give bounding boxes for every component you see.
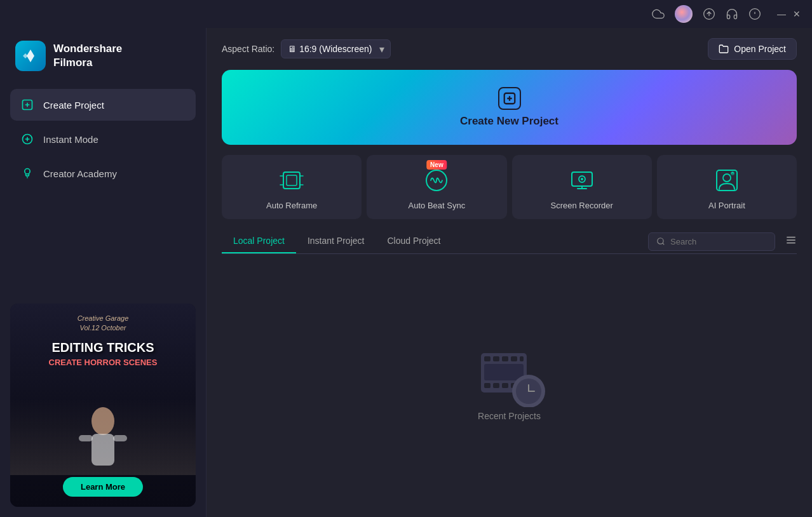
- list-view-toggle[interactable]: [785, 234, 797, 249]
- feature-cards: Auto Reframe New Auto Beat Sync: [222, 155, 797, 219]
- aspect-ratio-select[interactable]: 🖥 16:9 (Widescreen) 4:3 1:1 9:16: [281, 39, 391, 58]
- headphone-icon[interactable]: [726, 8, 738, 20]
- svg-rect-11: [113, 435, 127, 441]
- feature-card-auto-beat-sync[interactable]: New Auto Beat Sync: [367, 155, 506, 219]
- app-logo: Wondershare Filmora: [0, 28, 206, 84]
- create-new-project-hero[interactable]: Create New Project: [222, 70, 797, 145]
- titlebar: — ✕: [0, 0, 812, 28]
- tab-cloud-project[interactable]: Cloud Project: [376, 229, 452, 253]
- plus-square-icon: [20, 98, 34, 112]
- open-project-button[interactable]: Open Project: [708, 38, 797, 60]
- plus-circle-icon: [20, 132, 34, 146]
- svg-point-6: [25, 169, 30, 174]
- window-controls: — ✕: [776, 9, 802, 19]
- ai-portrait-label: AI Portrait: [708, 201, 745, 210]
- user-avatar[interactable]: [675, 5, 693, 23]
- cloud-icon[interactable]: [652, 8, 665, 20]
- sidebar-item-create-project[interactable]: Create Project: [10, 89, 196, 121]
- svg-rect-32: [520, 356, 524, 361]
- svg-rect-30: [502, 356, 508, 361]
- sidebar-nav: Create Project Instant Mode Creator Acad…: [0, 89, 206, 189]
- aspect-ratio-group: Aspect Ratio: 🖥 16:9 (Widescreen) 4:3 1:…: [222, 39, 391, 58]
- open-project-label: Open Project: [734, 44, 786, 54]
- svg-line-23: [663, 243, 665, 245]
- upload-icon[interactable]: [703, 8, 715, 20]
- tab-controls: [648, 232, 797, 251]
- screen-recorder-icon: [568, 166, 596, 194]
- content-area: Aspect Ratio: 🖥 16:9 (Widescreen) 4:3 1:…: [206, 28, 812, 517]
- close-button[interactable]: ✕: [792, 9, 802, 19]
- feature-card-auto-reframe[interactable]: Auto Reframe: [222, 155, 362, 219]
- search-input[interactable]: [670, 237, 759, 246]
- svg-rect-9: [91, 434, 114, 466]
- search-bar[interactable]: [648, 232, 775, 251]
- auto-beat-sync-icon: [423, 166, 450, 194]
- svg-rect-28: [484, 356, 491, 361]
- svg-rect-31: [511, 356, 517, 361]
- folder-icon: [719, 44, 729, 54]
- project-tabs: Local Project Instant Project Cloud Proj…: [222, 229, 452, 253]
- tab-instant-project[interactable]: Instant Project: [296, 229, 376, 253]
- auto-reframe-icon: [278, 166, 306, 194]
- feature-card-screen-recorder[interactable]: Screen Recorder: [512, 155, 652, 219]
- minimize-button[interactable]: —: [776, 9, 787, 19]
- tab-local-project[interactable]: Local Project: [222, 229, 296, 253]
- search-icon: [656, 237, 665, 246]
- bulb-icon: [20, 166, 34, 180]
- new-badge: New: [426, 160, 447, 170]
- svg-point-22: [658, 238, 663, 244]
- svg-rect-34: [493, 383, 499, 388]
- svg-rect-38: [484, 364, 524, 380]
- creator-academy-label: Creator Academy: [43, 168, 117, 179]
- learn-more-button[interactable]: Learn More: [63, 477, 143, 497]
- instant-mode-label: Instant Mode: [43, 134, 98, 145]
- feature-card-ai-portrait[interactable]: AI Portrait: [657, 155, 797, 219]
- sidebar: Wondershare Filmora Create Project: [0, 28, 206, 517]
- create-project-label: Create Project: [43, 100, 104, 111]
- svg-rect-35: [502, 383, 508, 388]
- info-icon[interactable]: [748, 8, 761, 20]
- recent-projects-label: Recent Projects: [478, 411, 541, 421]
- project-section: Local Project Instant Project Cloud Proj…: [222, 229, 797, 517]
- empty-projects-icon: [478, 350, 541, 401]
- svg-rect-29: [493, 356, 499, 361]
- aspect-ratio-label: Aspect Ratio:: [222, 44, 274, 54]
- ai-portrait-icon: [713, 166, 741, 194]
- sidebar-item-creator-academy[interactable]: Creator Academy: [10, 158, 196, 189]
- svg-rect-14: [287, 175, 297, 185]
- logo-icon: [15, 41, 46, 71]
- create-new-icon: [498, 87, 521, 110]
- svg-point-18: [581, 178, 583, 180]
- sidebar-item-instant-mode[interactable]: Instant Mode: [10, 123, 196, 155]
- svg-point-20: [723, 174, 731, 182]
- svg-point-8: [91, 407, 114, 435]
- auto-reframe-label: Auto Reframe: [266, 201, 317, 210]
- svg-rect-13: [283, 172, 300, 189]
- app-name: Wondershare Filmora: [53, 42, 122, 70]
- banner-sub-text: CREATE HORROR SCENES: [49, 358, 158, 367]
- aspect-ratio-selector[interactable]: 🖥 16:9 (Widescreen) 4:3 1:1 9:16: [281, 39, 391, 58]
- screen-recorder-label: Screen Recorder: [550, 201, 612, 210]
- banner-top-text: Creative Garage Vol.12 October: [78, 314, 129, 333]
- svg-rect-10: [79, 435, 93, 441]
- main-layout: Wondershare Filmora Create Project: [0, 28, 812, 517]
- banner-figure: [10, 399, 196, 475]
- svg-rect-33: [484, 383, 491, 388]
- create-hero-label: Create New Project: [460, 115, 558, 128]
- project-tabs-bar: Local Project Instant Project Cloud Proj…: [222, 229, 797, 253]
- sidebar-banner[interactable]: Creative Garage Vol.12 October EDITING T…: [10, 304, 196, 507]
- empty-state: Recent Projects: [222, 254, 797, 517]
- content-topbar: Aspect Ratio: 🖥 16:9 (Widescreen) 4:3 1:…: [206, 28, 812, 70]
- banner-main-text: EDITING TRICKS: [51, 340, 154, 355]
- auto-beat-sync-label: Auto Beat Sync: [409, 201, 466, 210]
